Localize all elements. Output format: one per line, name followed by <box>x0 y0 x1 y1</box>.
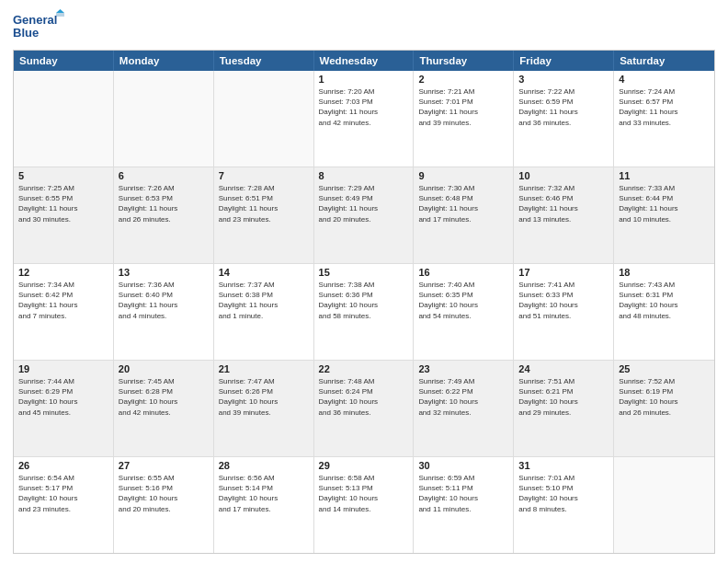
page: General Blue SundayMondayTuesdayWednesda… <box>0 0 728 563</box>
calendar-row-2: 12Sunrise: 7:34 AM Sunset: 6:42 PM Dayli… <box>14 263 714 360</box>
header-thursday: Thursday <box>414 51 514 71</box>
header: General Blue <box>13 9 715 44</box>
day-info-15: Sunrise: 7:38 AM Sunset: 6:36 PM Dayligh… <box>319 280 409 321</box>
day-number-31: 31 <box>518 460 609 471</box>
day-number-5: 5 <box>18 170 108 181</box>
day-number-20: 20 <box>119 363 209 374</box>
day-number-10: 10 <box>518 170 609 181</box>
day-info-1: Sunrise: 7:20 AM Sunset: 7:03 PM Dayligh… <box>319 86 409 128</box>
day-4: 4Sunrise: 7:24 AM Sunset: 6:57 PM Daylig… <box>614 71 714 167</box>
calendar-row-1: 5Sunrise: 7:25 AM Sunset: 6:55 PM Daylig… <box>14 167 714 263</box>
day-number-8: 8 <box>319 170 409 181</box>
day-number-25: 25 <box>619 363 710 374</box>
day-18: 18Sunrise: 7:43 AM Sunset: 6:31 PM Dayli… <box>614 264 714 360</box>
day-info-21: Sunrise: 7:47 AM Sunset: 6:26 PM Dayligh… <box>219 376 309 418</box>
day-22: 22Sunrise: 7:48 AM Sunset: 6:24 PM Dayli… <box>314 361 415 456</box>
day-number-16: 16 <box>418 267 508 278</box>
day-number-6: 6 <box>119 170 209 181</box>
day-number-14: 14 <box>219 267 309 278</box>
calendar-row-4: 26Sunrise: 6:54 AM Sunset: 5:17 PM Dayli… <box>14 456 714 553</box>
calendar-body: 1Sunrise: 7:20 AM Sunset: 7:03 PM Daylig… <box>14 71 714 553</box>
calendar-row-0: 1Sunrise: 7:20 AM Sunset: 7:03 PM Daylig… <box>14 71 714 167</box>
day-info-24: Sunrise: 7:51 AM Sunset: 6:21 PM Dayligh… <box>518 376 609 418</box>
day-2: 2Sunrise: 7:21 AM Sunset: 7:01 PM Daylig… <box>414 71 514 167</box>
day-number-24: 24 <box>518 363 609 374</box>
day-number-4: 4 <box>619 74 710 85</box>
calendar-header: SundayMondayTuesdayWednesdayThursdayFrid… <box>14 51 714 71</box>
day-7: 7Sunrise: 7:28 AM Sunset: 6:51 PM Daylig… <box>214 167 314 263</box>
day-info-16: Sunrise: 7:40 AM Sunset: 6:35 PM Dayligh… <box>418 280 508 321</box>
day-info-12: Sunrise: 7:34 AM Sunset: 6:42 PM Dayligh… <box>18 280 108 321</box>
day-info-22: Sunrise: 7:48 AM Sunset: 6:24 PM Dayligh… <box>319 376 409 418</box>
day-info-17: Sunrise: 7:41 AM Sunset: 6:33 PM Dayligh… <box>518 280 609 321</box>
day-info-2: Sunrise: 7:21 AM Sunset: 7:01 PM Dayligh… <box>418 86 508 128</box>
day-info-20: Sunrise: 7:45 AM Sunset: 6:28 PM Dayligh… <box>119 376 209 418</box>
svg-marker-2 <box>56 9 64 13</box>
day-13: 13Sunrise: 7:36 AM Sunset: 6:40 PM Dayli… <box>114 264 214 360</box>
day-24: 24Sunrise: 7:51 AM Sunset: 6:21 PM Dayli… <box>514 361 614 456</box>
day-5: 5Sunrise: 7:25 AM Sunset: 6:55 PM Daylig… <box>14 167 114 263</box>
day-8: 8Sunrise: 7:29 AM Sunset: 6:49 PM Daylig… <box>314 167 415 263</box>
day-info-6: Sunrise: 7:26 AM Sunset: 6:53 PM Dayligh… <box>119 183 209 224</box>
day-info-10: Sunrise: 7:32 AM Sunset: 6:46 PM Dayligh… <box>518 183 609 224</box>
day-info-11: Sunrise: 7:33 AM Sunset: 6:44 PM Dayligh… <box>619 183 710 224</box>
header-saturday: Saturday <box>614 51 714 71</box>
day-15: 15Sunrise: 7:38 AM Sunset: 6:36 PM Dayli… <box>314 264 415 360</box>
day-number-21: 21 <box>219 363 309 374</box>
day-number-19: 19 <box>18 363 108 374</box>
day-23: 23Sunrise: 7:49 AM Sunset: 6:22 PM Dayli… <box>414 361 514 456</box>
day-26: 26Sunrise: 6:54 AM Sunset: 5:17 PM Dayli… <box>14 457 114 553</box>
day-info-3: Sunrise: 7:22 AM Sunset: 6:59 PM Dayligh… <box>518 86 609 128</box>
day-info-28: Sunrise: 6:56 AM Sunset: 5:14 PM Dayligh… <box>219 473 309 514</box>
day-14: 14Sunrise: 7:37 AM Sunset: 6:38 PM Dayli… <box>214 264 314 360</box>
day-info-25: Sunrise: 7:52 AM Sunset: 6:19 PM Dayligh… <box>619 376 710 418</box>
day-info-4: Sunrise: 7:24 AM Sunset: 6:57 PM Dayligh… <box>619 86 710 128</box>
day-29: 29Sunrise: 6:58 AM Sunset: 5:13 PM Dayli… <box>314 457 415 553</box>
day-number-28: 28 <box>219 460 309 471</box>
day-10: 10Sunrise: 7:32 AM Sunset: 6:46 PM Dayli… <box>514 167 614 263</box>
day-number-18: 18 <box>619 267 710 278</box>
day-number-22: 22 <box>319 363 409 374</box>
header-friday: Friday <box>514 51 614 71</box>
day-number-17: 17 <box>518 267 609 278</box>
day-number-23: 23 <box>418 363 508 374</box>
day-30: 30Sunrise: 6:59 AM Sunset: 5:11 PM Dayli… <box>414 457 514 553</box>
day-number-7: 7 <box>219 170 309 181</box>
header-wednesday: Wednesday <box>314 51 415 71</box>
day-info-8: Sunrise: 7:29 AM Sunset: 6:49 PM Dayligh… <box>319 183 409 224</box>
header-tuesday: Tuesday <box>214 51 314 71</box>
day-number-29: 29 <box>319 460 409 471</box>
day-31: 31Sunrise: 7:01 AM Sunset: 5:10 PM Dayli… <box>514 457 614 553</box>
day-1: 1Sunrise: 7:20 AM Sunset: 7:03 PM Daylig… <box>314 71 415 167</box>
logo-svg: General Blue <box>13 9 68 44</box>
day-info-27: Sunrise: 6:55 AM Sunset: 5:16 PM Dayligh… <box>119 473 209 514</box>
empty-cell-r4c6 <box>614 457 714 553</box>
day-28: 28Sunrise: 6:56 AM Sunset: 5:14 PM Dayli… <box>214 457 314 553</box>
day-info-9: Sunrise: 7:30 AM Sunset: 6:48 PM Dayligh… <box>418 183 508 224</box>
day-info-19: Sunrise: 7:44 AM Sunset: 6:29 PM Dayligh… <box>18 376 108 418</box>
day-27: 27Sunrise: 6:55 AM Sunset: 5:16 PM Dayli… <box>114 457 214 553</box>
svg-text:General: General <box>13 13 57 27</box>
day-info-23: Sunrise: 7:49 AM Sunset: 6:22 PM Dayligh… <box>418 376 508 418</box>
header-sunday: Sunday <box>14 51 114 71</box>
empty-cell-r0c2 <box>214 71 314 167</box>
day-info-26: Sunrise: 6:54 AM Sunset: 5:17 PM Dayligh… <box>18 473 108 514</box>
day-info-13: Sunrise: 7:36 AM Sunset: 6:40 PM Dayligh… <box>119 280 209 321</box>
day-info-31: Sunrise: 7:01 AM Sunset: 5:10 PM Dayligh… <box>518 473 609 514</box>
day-info-29: Sunrise: 6:58 AM Sunset: 5:13 PM Dayligh… <box>319 473 409 514</box>
day-number-11: 11 <box>619 170 710 181</box>
day-9: 9Sunrise: 7:30 AM Sunset: 6:48 PM Daylig… <box>414 167 514 263</box>
day-11: 11Sunrise: 7:33 AM Sunset: 6:44 PM Dayli… <box>614 167 714 263</box>
day-number-26: 26 <box>18 460 108 471</box>
day-info-18: Sunrise: 7:43 AM Sunset: 6:31 PM Dayligh… <box>619 280 710 321</box>
calendar: SundayMondayTuesdayWednesdayThursdayFrid… <box>13 50 715 554</box>
logo: General Blue <box>13 9 68 44</box>
day-19: 19Sunrise: 7:44 AM Sunset: 6:29 PM Dayli… <box>14 361 114 456</box>
svg-marker-3 <box>56 13 64 17</box>
day-6: 6Sunrise: 7:26 AM Sunset: 6:53 PM Daylig… <box>114 167 214 263</box>
day-20: 20Sunrise: 7:45 AM Sunset: 6:28 PM Dayli… <box>114 361 214 456</box>
header-monday: Monday <box>114 51 214 71</box>
calendar-row-3: 19Sunrise: 7:44 AM Sunset: 6:29 PM Dayli… <box>14 360 714 456</box>
day-12: 12Sunrise: 7:34 AM Sunset: 6:42 PM Dayli… <box>14 264 114 360</box>
day-number-3: 3 <box>518 74 609 85</box>
